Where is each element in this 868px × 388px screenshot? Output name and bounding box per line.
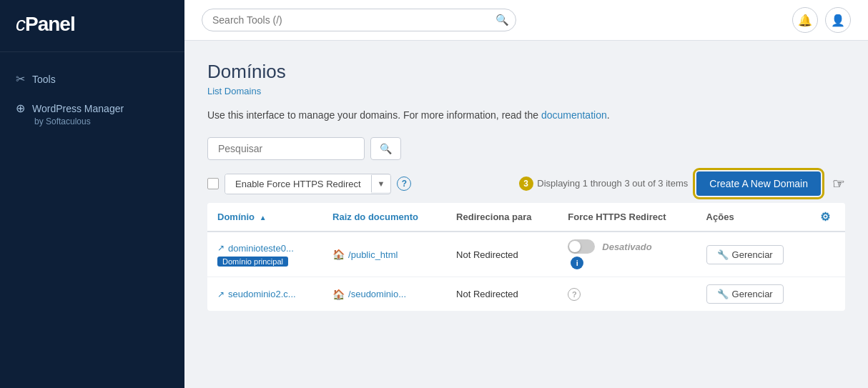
table-settings-icon[interactable]: ⚙	[820, 211, 830, 223]
sidebar-item-wordpress[interactable]: ⊕ WordPress Manager by Softaculous	[0, 93, 184, 135]
table-search-row: 🔍	[207, 137, 845, 160]
toolbar-right: 3 Displaying 1 through 3 out of 3 items …	[519, 171, 845, 196]
domain-search-input[interactable]	[207, 137, 365, 160]
root-cell-2: 🏠 /seudominio...	[322, 277, 446, 312]
sort-arrow-icon: ▲	[260, 214, 267, 222]
domain-cell-2: ↗ seudominio2.c...	[207, 277, 322, 312]
topbar: 🔍 🔔 👤	[184, 0, 868, 41]
https-help-icon[interactable]: ?	[397, 176, 411, 191]
https-toggle-1[interactable]	[568, 239, 595, 254]
info-icon-1[interactable]: i	[571, 257, 583, 269]
user-menu-button[interactable]: 👤	[825, 7, 851, 33]
question-icon-2[interactable]: ?	[568, 288, 581, 301]
badge-number: 3	[519, 178, 535, 189]
description-text-pre: Use this interface to manage your domain…	[207, 109, 541, 121]
root-dir-1: 🏠 /public_html	[332, 249, 436, 260]
search-input[interactable]	[202, 9, 516, 31]
toggle-knob-1	[569, 241, 581, 252]
https-cell-1: Desativado i	[558, 232, 696, 277]
sidebar-navigation: ✂ Tools ⊕ WordPress Manager by Softaculo…	[0, 52, 184, 148]
home-icon-2: 🏠	[332, 289, 345, 300]
items-count: 3 Displaying 1 through 3 out of 3 items	[519, 176, 689, 191]
breadcrumb[interactable]: List Domains	[207, 86, 845, 96]
table-row: ↗ seudominio2.c... 🏠 /seudominio... Not …	[207, 277, 845, 312]
extra-cell-2	[810, 277, 845, 312]
col-https: Force HTTPS Redirect	[558, 203, 696, 232]
page-title: Domínios	[207, 61, 845, 83]
manage-button-1[interactable]: 🔧 Gerenciar	[706, 245, 784, 264]
create-domain-button[interactable]: Create A New Domain	[696, 171, 821, 196]
domains-table: Domínio ▲ Raiz do documento Redireciona …	[207, 203, 845, 311]
actions-cell-1: 🔧 Gerenciar	[696, 232, 810, 277]
sidebar-item-tools[interactable]: ✂ Tools	[0, 65, 184, 93]
sidebar-wp-main: ⊕ WordPress Manager	[16, 101, 169, 115]
external-link-icon-1: ↗	[217, 243, 225, 253]
sidebar-item-tools-label: Tools	[32, 74, 56, 85]
col-root[interactable]: Raiz do documento	[322, 203, 446, 232]
search-icon: 🔍	[380, 143, 392, 154]
wordpress-sublabel: by Softaculous	[34, 116, 169, 126]
root-dir-2: 🏠 /seudominio...	[332, 289, 436, 300]
cursor-pointer-icon: ☞	[832, 175, 845, 192]
page-content: Domínios List Domains Use this interface…	[184, 41, 868, 388]
col-actions: Ações	[696, 203, 810, 232]
items-count-text: Displaying 1 through 3 out of 3 items	[537, 178, 688, 189]
col-redirect: Redireciona para	[446, 203, 558, 232]
search-wrapper: 🔍	[202, 9, 516, 31]
table-row: ↗ dominioteste0... Domínio principal 🏠 /…	[207, 232, 845, 277]
page-description: Use this interface to manage your domain…	[207, 108, 845, 123]
wordpress-label: WordPress Manager	[32, 103, 124, 114]
domain-cell-1: ↗ dominioteste0... Domínio principal	[207, 232, 322, 277]
redirect-cell-1: Not Redirected	[446, 232, 558, 277]
wordpress-icon: ⊕	[16, 101, 25, 115]
https-disabled-label-1: Desativado	[602, 242, 651, 252]
sidebar: cPanel ✂ Tools ⊕ WordPress Manager by So…	[0, 0, 184, 388]
extra-cell-1	[810, 232, 845, 277]
main-content: 🔍 🔔 👤 Domínios List Domains Use this int…	[184, 0, 868, 388]
select-all-checkbox[interactable]	[207, 178, 219, 189]
cpanel-logo-text: cPanel	[16, 13, 169, 36]
external-link-icon-2: ↗	[217, 289, 225, 299]
bell-icon: 🔔	[798, 14, 812, 27]
wrench-icon-2: 🔧	[717, 289, 729, 299]
redirect-cell-2: Not Redirected	[446, 277, 558, 312]
user-icon: 👤	[831, 14, 845, 27]
search-submit-button[interactable]: 🔍	[495, 14, 509, 26]
notifications-button[interactable]: 🔔	[792, 7, 818, 33]
toolbar-left: Enable Force HTTPS Redirect ▼ ?	[207, 174, 411, 194]
manage-button-2[interactable]: 🔧 Gerenciar	[706, 284, 784, 304]
root-cell-1: 🏠 /public_html	[322, 232, 446, 277]
https-redirect-button-group: Enable Force HTTPS Redirect ▼	[225, 174, 391, 194]
tools-icon: ✂	[16, 72, 25, 86]
sidebar-logo: cPanel	[0, 0, 184, 52]
https-redirect-main-button[interactable]: Enable Force HTTPS Redirect	[225, 174, 371, 194]
https-redirect-caret-button[interactable]: ▼	[371, 175, 391, 192]
toolbar-row: Enable Force HTTPS Redirect ▼ ? 3 Displa…	[207, 171, 845, 196]
domain-link-1[interactable]: ↗ dominioteste0...	[217, 243, 312, 254]
domain-search-button[interactable]: 🔍	[370, 137, 401, 160]
actions-cell-2: 🔧 Gerenciar	[696, 277, 810, 312]
wrench-icon-1: 🔧	[717, 249, 729, 260]
col-settings[interactable]: ⚙	[810, 203, 845, 232]
documentation-link[interactable]: documentation	[541, 109, 607, 121]
domain-link-2[interactable]: ↗ seudominio2.c...	[217, 289, 312, 299]
col-domain[interactable]: Domínio ▲	[207, 203, 322, 232]
home-icon-1: 🏠	[332, 249, 345, 260]
domain-principal-badge: Domínio principal	[217, 257, 288, 267]
https-cell-2: ?	[558, 277, 696, 312]
description-text-post: .	[607, 109, 610, 121]
